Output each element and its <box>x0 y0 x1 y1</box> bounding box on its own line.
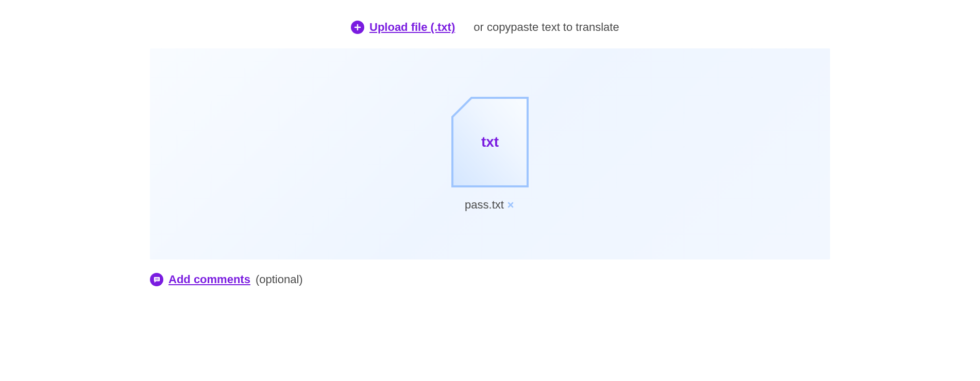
upload-file-button[interactable]: Upload file (.txt) <box>351 21 455 34</box>
file-dropzone[interactable]: txt pass.txt <box>150 48 830 259</box>
file-extension-label: txt <box>481 134 499 150</box>
upload-header: Upload file (.txt) or copypaste text to … <box>150 21 830 34</box>
file-icon: txt <box>451 96 529 188</box>
upload-file-link-label: Upload file (.txt) <box>369 21 455 34</box>
add-comments-row: Add comments (optional) <box>150 273 830 286</box>
add-comments-link[interactable]: Add comments <box>168 273 250 286</box>
comment-icon <box>150 273 163 286</box>
plus-icon <box>351 21 364 34</box>
uploaded-file-name: pass.txt <box>465 198 504 212</box>
optional-label: (optional) <box>256 273 303 286</box>
or-copypaste-text: or copypaste text to translate <box>474 21 619 34</box>
remove-file-icon[interactable] <box>506 199 515 211</box>
file-name-row: pass.txt <box>465 198 515 212</box>
upload-translate-panel: Upload file (.txt) or copypaste text to … <box>140 21 840 286</box>
